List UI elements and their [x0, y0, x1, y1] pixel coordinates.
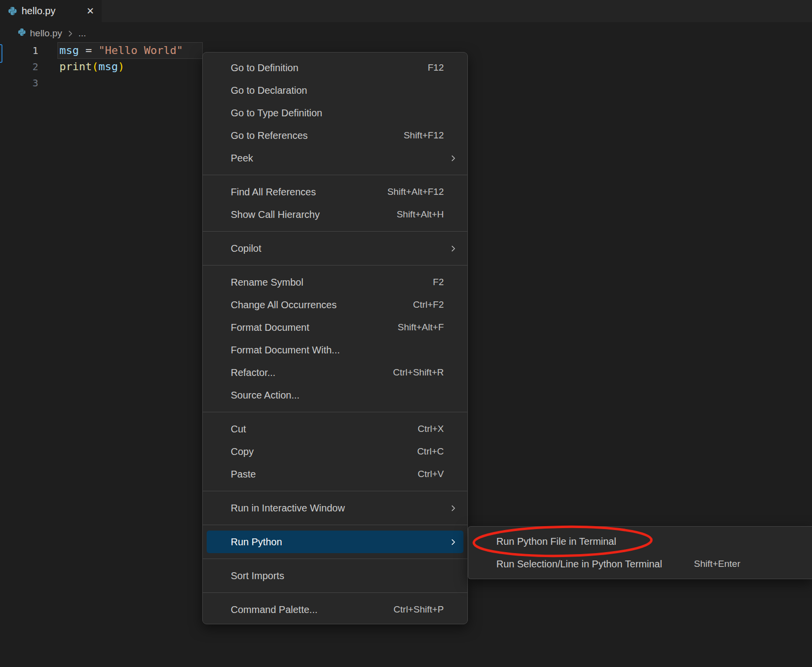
chevron-right-icon: [444, 504, 458, 512]
menu-item-label: Refactor...: [231, 367, 275, 378]
menu-item-rename-symbol[interactable]: Rename SymbolF2: [207, 271, 463, 293]
menu-item-label: Copilot: [231, 243, 261, 254]
line-number: 2: [0, 61, 38, 73]
menu-item-go-to-references[interactable]: Go to ReferencesShift+F12: [207, 124, 463, 147]
menu-item-label: Rename Symbol: [231, 277, 303, 288]
menu-separator: [203, 175, 467, 175]
code-text: print(msg): [59, 60, 124, 73]
menu-item-find-all-references[interactable]: Find All ReferencesShift+Alt+F12: [207, 181, 463, 203]
menu-item-shortcut: Ctrl+Shift+P: [394, 604, 444, 615]
breadcrumb: hello.py ...: [18, 27, 86, 40]
menu-item-label: Show Call Hierarchy: [231, 209, 320, 220]
run-python-submenu: Run Python File in TerminalRun Selection…: [468, 526, 812, 579]
editor-context-menu: Go to DefinitionF12Go to DeclarationGo t…: [202, 52, 468, 624]
menu-item-shortcut: Ctrl+Shift+R: [393, 367, 444, 378]
menu-separator: [203, 491, 467, 491]
menu-item-command-palette[interactable]: Command Palette...Ctrl+Shift+P: [207, 598, 463, 621]
menu-item-go-to-declaration[interactable]: Go to Declaration: [207, 79, 463, 102]
menu-item-show-call-hierarchy[interactable]: Show Call HierarchyShift+Alt+H: [207, 203, 463, 226]
menu-item-change-all-occurrences[interactable]: Change All OccurrencesCtrl+F2: [207, 293, 463, 316]
menu-separator: [203, 592, 467, 593]
menu-item-copilot[interactable]: Copilot: [207, 237, 463, 260]
code-token: ): [118, 60, 124, 73]
menu-item-shortcut: Ctrl+V: [418, 469, 444, 480]
menu-item-label: Go to Declaration: [231, 85, 307, 96]
menu-item-label: Go to Definition: [231, 62, 298, 74]
chevron-right-icon: [444, 244, 458, 253]
menu-item-label: Paste: [231, 469, 256, 480]
menu-separator: [203, 265, 467, 266]
menu-item-cut[interactable]: CutCtrl+X: [207, 418, 463, 440]
menu-item-label: Go to Type Definition: [231, 107, 322, 119]
code-text: msg = "Hello World": [59, 44, 183, 56]
menu-item-paste[interactable]: PasteCtrl+V: [207, 463, 463, 485]
menu-item-source-action[interactable]: Source Action...: [207, 384, 463, 406]
menu-item-shortcut: Ctrl+X: [418, 424, 444, 434]
menu-item-peek[interactable]: Peek: [207, 147, 463, 169]
menu-item-shortcut: Shift+Enter: [694, 559, 740, 569]
menu-item-run-selection-line-in-python-terminal[interactable]: Run Selection/Line in Python TerminalShi…: [472, 553, 808, 575]
menu-item-label: Cut: [231, 424, 246, 435]
menu-item-refactor[interactable]: Refactor...Ctrl+Shift+R: [207, 361, 463, 384]
menu-separator: [203, 525, 467, 525]
menu-item-shortcut: Ctrl+F2: [413, 299, 444, 310]
tab-hello-py[interactable]: hello.py ✕: [0, 0, 102, 22]
menu-separator: [203, 412, 467, 412]
menu-item-label: Run Selection/Line in Python Terminal: [496, 559, 662, 570]
menu-item-label: Copy: [231, 446, 254, 457]
breadcrumb-more[interactable]: ...: [79, 28, 86, 39]
menu-item-shortcut: F12: [428, 62, 444, 73]
tab-title: hello.py: [22, 5, 55, 17]
menu-item-shortcut: Shift+Alt+F: [398, 322, 444, 333]
menu-separator: [203, 231, 467, 232]
menu-item-shortcut: Shift+Alt+F12: [387, 187, 444, 197]
menu-item-run-python[interactable]: Run Python: [207, 531, 463, 553]
menu-item-format-document[interactable]: Format DocumentShift+Alt+F: [207, 316, 463, 339]
menu-item-label: Find All References: [231, 187, 316, 198]
code-token: (: [92, 60, 98, 73]
python-icon: [8, 6, 17, 16]
menu-item-label: Command Palette...: [231, 604, 318, 615]
breadcrumb-file[interactable]: hello.py: [30, 28, 62, 39]
code-token: msg: [98, 60, 118, 73]
code-token: "Hello World": [99, 44, 183, 56]
menu-item-run-python-file-in-terminal[interactable]: Run Python File in Terminal: [472, 530, 808, 553]
menu-separator: [203, 559, 467, 559]
chevron-right-icon: [444, 154, 458, 162]
menu-item-label: Format Document With...: [231, 345, 340, 356]
menu-item-label: Sort Imports: [231, 570, 284, 582]
code-token: =: [79, 44, 99, 56]
tab-bar: hello.py ✕: [0, 0, 812, 22]
menu-item-format-document-with[interactable]: Format Document With...: [207, 339, 463, 361]
python-icon: [18, 28, 26, 39]
chevron-right-icon: [444, 538, 458, 546]
menu-item-copy[interactable]: CopyCtrl+C: [207, 440, 463, 463]
menu-item-go-to-type-definition[interactable]: Go to Type Definition: [207, 102, 463, 124]
code-token: msg: [59, 44, 79, 56]
menu-item-shortcut: F2: [433, 277, 444, 288]
line-number: 3: [0, 77, 38, 89]
menu-item-go-to-definition[interactable]: Go to DefinitionF12: [207, 56, 463, 79]
menu-item-label: Run Python: [231, 536, 282, 548]
menu-item-label: Format Document: [231, 322, 309, 333]
menu-item-label: Run Python File in Terminal: [496, 536, 616, 547]
chevron-right-icon: [66, 29, 75, 38]
code-token: print: [59, 60, 92, 73]
menu-item-shortcut: Shift+Alt+H: [397, 209, 444, 220]
menu-item-label: Run in Interactive Window: [231, 503, 345, 514]
line-number: 1: [0, 45, 38, 56]
close-icon[interactable]: ✕: [85, 5, 96, 17]
menu-item-label: Peek: [231, 153, 253, 164]
menu-item-run-in-interactive-window[interactable]: Run in Interactive Window: [207, 497, 463, 519]
menu-item-sort-imports[interactable]: Sort Imports: [207, 564, 463, 587]
menu-item-shortcut: Ctrl+C: [417, 446, 444, 457]
menu-item-label: Change All Occurrences: [231, 299, 337, 311]
menu-item-label: Source Action...: [231, 390, 299, 401]
menu-item-label: Go to References: [231, 130, 308, 141]
vscode-window: { "window": { "tab": { "title": "hello.p…: [0, 0, 812, 667]
menu-item-shortcut: Shift+F12: [404, 130, 444, 141]
